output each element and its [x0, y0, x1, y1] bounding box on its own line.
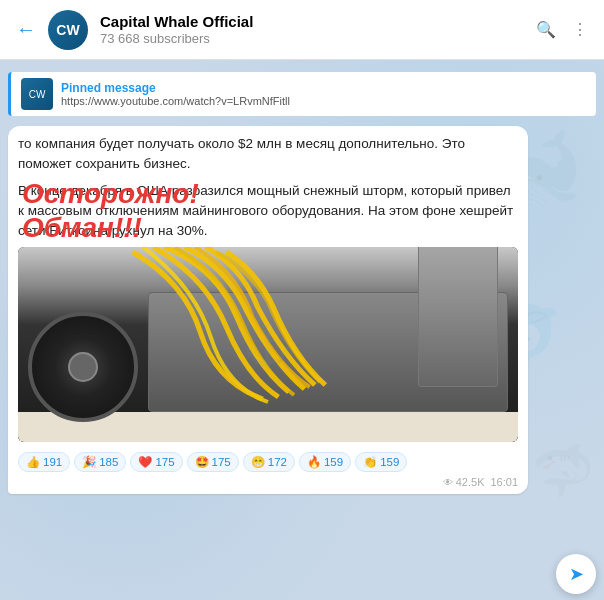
forward-icon: ➤ [569, 563, 584, 585]
more-icon[interactable]: ⋮ [572, 20, 588, 39]
reaction-clap[interactable]: 👏159 [355, 452, 407, 472]
message-image: ⚓ [18, 247, 518, 442]
reaction-starstruck[interactable]: 🤩175 [187, 452, 239, 472]
header-actions: 🔍 ⋮ [536, 20, 588, 39]
channel-name: Capital Whale Official [100, 13, 524, 31]
chat-area: CW Pinned message https://www.youtube.co… [0, 60, 604, 548]
eye-icon: 👁 [443, 477, 453, 488]
reaction-thumbsup[interactable]: 👍191 [18, 452, 70, 472]
views-count: 42.5K [456, 476, 485, 488]
back-icon: ← [16, 18, 36, 41]
back-button[interactable]: ← [16, 18, 36, 41]
bottom-area: ➤ [0, 548, 604, 600]
message-meta: 👁 42.5K 16:01 [18, 476, 518, 488]
subscriber-count: 73 668 subscribers [100, 31, 524, 46]
reaction-heart[interactable]: ❤️175 [130, 452, 182, 472]
views-info: 👁 42.5K [443, 476, 485, 488]
search-icon[interactable]: 🔍 [536, 20, 556, 39]
channel-avatar: CW [48, 10, 88, 50]
scroll-to-bottom-button[interactable]: ➤ [556, 554, 596, 594]
pinned-channel-icon: CW [21, 78, 53, 110]
reaction-fire[interactable]: 🔥159 [299, 452, 351, 472]
message-bubble: то компания будет получать около $2 млн … [8, 126, 528, 494]
message-time: 16:01 [490, 476, 518, 488]
message-text-top: то компания будет получать около $2 млн … [18, 134, 518, 175]
warning-text-1: Осторожно! [22, 177, 199, 211]
reaction-grin[interactable]: 😁172 [243, 452, 295, 472]
pinned-text: Pinned message https://www.youtube.com/w… [61, 81, 586, 107]
channel-header: ← CW Capital Whale Official 73 668 subsc… [0, 0, 604, 60]
warning-text-2: Обман!!! [22, 211, 142, 245]
reaction-party[interactable]: 🎉185 [74, 452, 126, 472]
reactions-bar: 👍191 🎉185 ❤️175 🤩175 😁172 🔥159 [18, 448, 518, 472]
channel-info: Capital Whale Official 73 668 subscriber… [100, 13, 524, 46]
pinned-link: https://www.youtube.com/watch?v=LRvmNfFi… [61, 95, 586, 107]
pinned-message-bar[interactable]: CW Pinned message https://www.youtube.co… [8, 72, 596, 116]
pinned-label: Pinned message [61, 81, 586, 95]
